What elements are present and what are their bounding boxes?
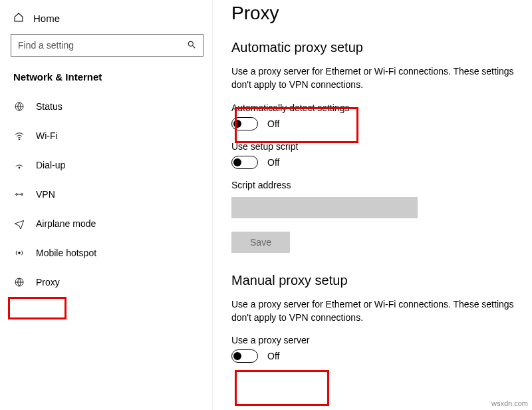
sidebar: Home Find a setting Network & Internet S…: [0, 0, 213, 410]
setup-script-label: Use setup script: [231, 141, 525, 152]
sidebar-item-label: VPN: [36, 189, 55, 200]
sidebar-item-wifi[interactable]: Wi-Fi: [11, 121, 212, 150]
category-title: Network & Internet: [13, 71, 212, 83]
sidebar-item-proxy[interactable]: Proxy: [11, 268, 212, 297]
sidebar-item-dialup[interactable]: Dial-up: [11, 150, 212, 180]
sidebar-item-label: Wi-Fi: [36, 130, 58, 141]
svg-point-5: [16, 194, 18, 196]
auto-detect-label: Automatically detect settings: [231, 102, 525, 113]
watermark: wsxdn.com: [491, 399, 528, 407]
save-button[interactable]: Save: [231, 232, 290, 253]
script-address-label: Script address: [231, 180, 525, 190]
use-proxy-label: Use a proxy server: [231, 335, 525, 345]
airplane-icon: [13, 218, 25, 229]
svg-point-7: [19, 252, 21, 254]
svg-line-1: [193, 45, 196, 48]
svg-point-6: [21, 194, 23, 196]
nav-list: Status Wi-Fi Dial-up VPN: [11, 92, 212, 297]
auto-section-title: Automatic proxy setup: [231, 40, 525, 55]
auto-detect-state: Off: [267, 118, 279, 129]
svg-point-3: [19, 139, 19, 140]
sidebar-item-label: Status: [36, 101, 63, 112]
search-icon: [187, 40, 196, 51]
setup-script-state: Off: [267, 157, 279, 168]
sidebar-item-status[interactable]: Status: [11, 92, 212, 121]
search-input[interactable]: Find a setting: [11, 34, 203, 57]
auto-detect-toggle[interactable]: [231, 117, 258, 130]
sidebar-item-label: Proxy: [36, 277, 60, 288]
sidebar-item-vpn[interactable]: VPN: [11, 180, 212, 209]
script-address-input[interactable]: [231, 197, 418, 218]
status-icon: [13, 101, 25, 112]
sidebar-item-airplane[interactable]: Airplane mode: [11, 209, 212, 238]
dialup-icon: [13, 160, 25, 170]
home-link[interactable]: Home: [11, 8, 212, 34]
globe-icon: [13, 277, 25, 288]
home-icon: [13, 12, 24, 25]
vpn-icon: [13, 189, 25, 200]
sidebar-item-label: Airplane mode: [36, 218, 96, 229]
hotspot-icon: [13, 248, 25, 258]
home-label: Home: [33, 13, 60, 24]
search-placeholder: Find a setting: [18, 40, 74, 51]
svg-point-0: [188, 41, 193, 46]
use-proxy-state: Off: [267, 351, 279, 361]
manual-section-desc: Use a proxy server for Ethernet or Wi-Fi…: [231, 298, 517, 325]
main-panel: Proxy Automatic proxy setup Use a proxy …: [213, 0, 532, 410]
page-title: Proxy: [231, 3, 525, 24]
sidebar-item-label: Mobile hotspot: [36, 248, 96, 258]
setup-script-toggle[interactable]: [231, 156, 258, 169]
use-proxy-toggle[interactable]: [231, 349, 258, 363]
auto-section-desc: Use a proxy server for Ethernet or Wi-Fi…: [231, 65, 517, 92]
svg-point-4: [19, 167, 20, 168]
manual-section-title: Manual proxy setup: [231, 273, 525, 288]
wifi-icon: [13, 130, 25, 141]
sidebar-item-label: Dial-up: [36, 160, 65, 170]
sidebar-item-hotspot[interactable]: Mobile hotspot: [11, 238, 212, 268]
